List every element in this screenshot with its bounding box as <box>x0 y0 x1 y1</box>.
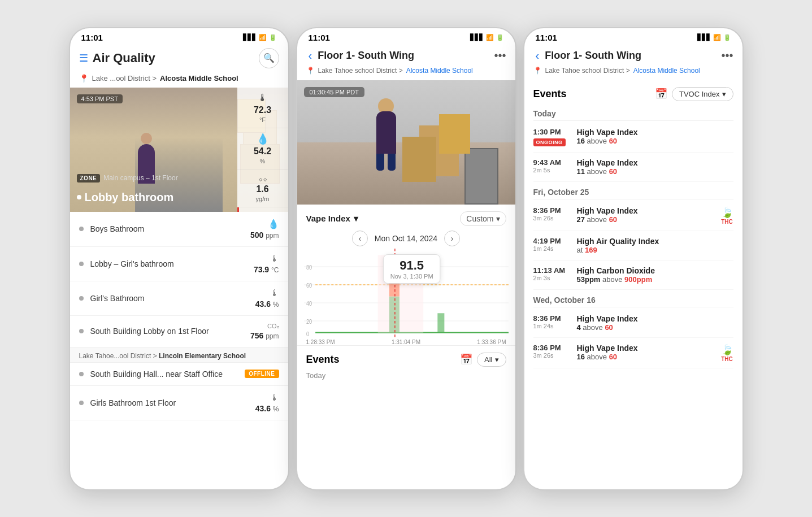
list-item-lobby-girls[interactable]: Lobby – Girl's bathroom 🌡 73.9 °C <box>70 247 288 281</box>
event-name-6: High Vape Index <box>577 314 733 323</box>
thc-leaf-icon-2: 🍃 <box>721 344 733 356</box>
sensor-temp: 🌡 72.3 °F <box>237 88 288 128</box>
chevron-down-icon-2: ▾ <box>496 214 500 223</box>
screen2: 11:01 ▋▋▋ 📶 🔋 ‹ Floor 1- South Wing ••• … <box>296 27 516 490</box>
chart-custom-selector[interactable]: Custom ▾ <box>460 211 506 226</box>
battery-icon-2: 🔋 <box>496 34 504 41</box>
event-duration-5: 2m 3s <box>533 275 570 281</box>
list-item-girls-1st[interactable]: Girls Bathroom 1st Floor 🌡 43.6 % <box>70 386 288 420</box>
event-name-2: High Vape Index <box>577 158 733 167</box>
status-time-3: 11:01 <box>536 33 557 42</box>
ongoing-badge: ONGOING <box>533 138 566 146</box>
camera-feed-2[interactable]: 01:30:45 PM PDT <box>297 80 515 205</box>
list-item-boys-bathroom[interactable]: Boys Bathroom 💧 500 ppm <box>70 212 288 247</box>
back-button-2[interactable]: ‹ <box>306 48 315 63</box>
list-item-offline[interactable]: South Building Hall... near Staff Office… <box>70 363 288 386</box>
chart-prev-button[interactable]: ‹ <box>352 231 368 246</box>
x-label-2: 1:31:04 PM <box>392 339 420 345</box>
dot-girls-1st <box>79 401 84 405</box>
dot-girls <box>79 296 84 301</box>
south-lobby-value: 756 ppm <box>250 331 279 340</box>
svg-rect-14 <box>437 313 444 332</box>
lobby-girls-icon: 🌡 <box>270 254 279 264</box>
calendar-icon-3[interactable]: 📅 <box>655 88 667 100</box>
chart-type-selector[interactable]: Vape Index ▾ <box>306 214 358 224</box>
event-detail-2: 11 above 60 <box>577 167 733 176</box>
status-time-2: 11:01 <box>309 33 330 42</box>
event-duration-4: 1m 24s <box>533 245 570 252</box>
chart-next-button[interactable]: › <box>444 231 460 246</box>
event-time-6: 8:36 PM <box>533 314 570 323</box>
chart-x-labels: 1:28:33 PM 1:31:04 PM 1:33:36 PM <box>297 339 515 345</box>
zone-section: ZONE Main campus – 1st Floor <box>77 174 178 183</box>
feed-timestamp: 01:30:45 PM PDT <box>304 87 364 97</box>
event-detail-5: 53ppm above 900ppm <box>577 275 733 284</box>
event-row-3[interactable]: 8:36 PM 3m 26s High Vape Index 27 above … <box>533 201 733 231</box>
event-row-5[interactable]: 11:13 AM 2m 3s High Carbon Dioxide 53ppm… <box>533 260 733 290</box>
camera-section-1[interactable]: 4:53 PM PST 🌡 72.3 °F 💧 54.2 % ⬦⬦ 1.6 yg… <box>70 88 288 212</box>
date-group-oct16: Wed, October 16 <box>533 290 733 307</box>
screen2-title: Floor 1- South Wing <box>318 50 494 62</box>
chart-tooltip: 91.5 Nov 3, 1:30 PM <box>383 254 441 284</box>
event-row-2[interactable]: 9:43 AM 2m 5s High Vape Index 11 above 6… <box>533 153 733 182</box>
dot-boys <box>79 227 84 231</box>
lincoln-school: Lincoln Elementary School <box>159 352 246 360</box>
temp-icon: 🌡 <box>258 92 268 104</box>
signal-icon-2: ▋▋▋ <box>470 34 484 41</box>
event-name-7: High Vape Index <box>577 344 714 353</box>
school-label-1: Alcosta Middle School <box>160 74 238 82</box>
location-bar-1: 📍 Lake ...ool District > Alcosta Middle … <box>70 73 288 88</box>
screen3-title: Floor 1- South Wing <box>545 50 721 62</box>
feed-box3 <box>402 137 436 182</box>
event-row-7[interactable]: 8:36 PM 3m 26s High Vape Index 16 above … <box>533 338 733 368</box>
svg-text:80: 80 <box>306 264 312 271</box>
events-title-2: Events <box>306 354 340 366</box>
menu-icon[interactable]: ☰ <box>79 52 88 64</box>
list-item-south-lobby[interactable]: South Building Lobby on 1st Floor CO₂ 75… <box>70 316 288 347</box>
district-prefix: Lake Tahoe...ool District > <box>79 352 159 360</box>
signal-icon-3: ▋▋▋ <box>697 34 711 41</box>
back-button-3[interactable]: ‹ <box>533 48 542 63</box>
girls-1st-value: 43.6 % <box>255 404 279 413</box>
event-row-6[interactable]: 8:36 PM 1m 24s High Vape Index 4 above 6… <box>533 309 733 338</box>
event-time-3: 8:36 PM <box>533 206 570 215</box>
wifi-icon-2: 📶 <box>486 34 494 41</box>
search-button[interactable]: 🔍 <box>259 48 279 68</box>
dot-offline <box>79 372 84 376</box>
dot-lobby-girls <box>79 262 84 266</box>
more-button-3[interactable]: ••• <box>721 49 733 62</box>
list-item-girls-bathroom[interactable]: Girl's Bathroom 🌡 43.6 % <box>70 281 288 316</box>
tvoc-filter-pill[interactable]: TVOC Index ▾ <box>672 87 733 101</box>
event-name-3: High Vape Index <box>577 206 714 215</box>
particle-icon: ⬦⬦ <box>258 174 267 183</box>
events-header-3: Events 📅 TVOC Index ▾ <box>524 80 742 103</box>
today-label-2: Today <box>297 369 515 382</box>
event-duration-7: 3m 26s <box>533 352 570 359</box>
events-filter-pill-2[interactable]: All ▾ <box>477 353 506 367</box>
chevron-down-icon-3: ▾ <box>495 355 499 364</box>
girls-1st-label: Girls Bathroom 1st Floor <box>90 398 255 407</box>
battery-icon: 🔋 <box>269 34 277 41</box>
room-label: Lobby bathroom <box>85 191 174 204</box>
more-button-2[interactable]: ••• <box>494 49 506 62</box>
screen2-header: ‹ Floor 1- South Wing ••• <box>297 45 515 67</box>
search-icon: 🔍 <box>263 53 275 63</box>
event-time-1: 1:30 PM <box>533 128 570 136</box>
tvoc-label: TVOC Index <box>679 90 720 98</box>
lobby-girls-label: Lobby – Girl's bathroom <box>90 259 254 268</box>
svg-text:40: 40 <box>306 300 312 307</box>
date-group-oct25: Fri, October 25 <box>533 182 733 199</box>
calendar-icon-2[interactable]: 📅 <box>460 353 472 366</box>
humidity-icon: 💧 <box>257 133 269 145</box>
event-row-4[interactable]: 4:19 PM 1m 24s High Air Quality Index at… <box>533 231 733 260</box>
event-detail-3: 27 above 60 <box>577 215 714 224</box>
chart-area[interactable]: 80 60 40 20 0 91.5 Nov 3, 1:30 PM <box>297 249 515 339</box>
chart-type-label: Vape Index <box>306 214 350 223</box>
event-row-1[interactable]: 1:30 PM ONGOING High Vape Index 16 above… <box>533 122 733 153</box>
x-label-1: 1:28:33 PM <box>306 339 335 345</box>
status-icons-1: ▋▋▋ 📶 🔋 <box>243 34 277 41</box>
chevron-down-icon-4: ▾ <box>722 90 726 98</box>
particle-unit: yg/m <box>256 195 270 202</box>
chart-controls: Vape Index ▾ Custom ▾ <box>297 205 515 228</box>
offline-label: South Building Hall... near Staff Office <box>90 370 245 379</box>
